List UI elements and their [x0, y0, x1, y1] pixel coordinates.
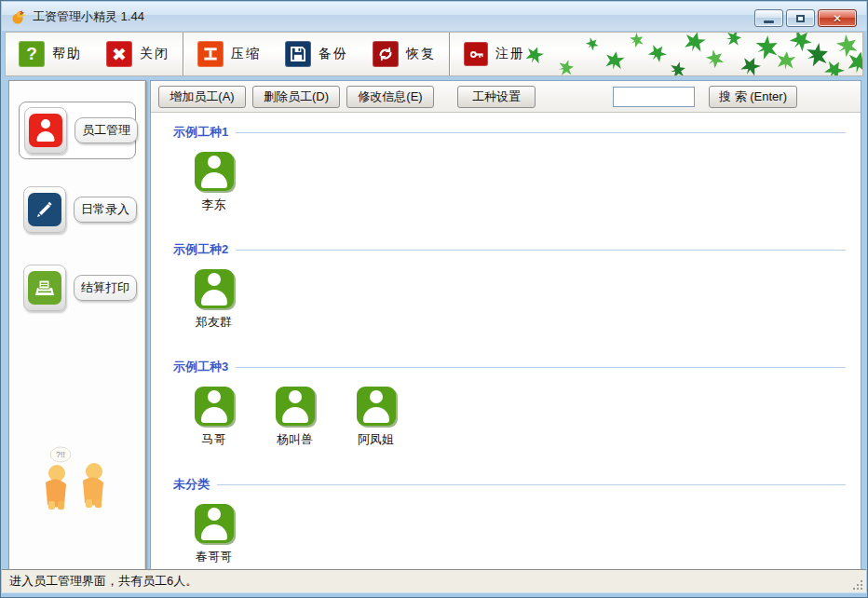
app-window: 工资管理小精灵 1.44 ✕ ? 帮助 ✖ 关闭 压缩 [0, 0, 868, 598]
group-title: 示例工种1 [173, 124, 228, 141]
register-key-icon [464, 42, 488, 66]
group-divider [217, 484, 846, 485]
add-employee-button[interactable]: 增加员工(A) [158, 86, 246, 108]
register-button[interactable]: 注册 [464, 42, 525, 66]
employee-person-icon [276, 387, 315, 426]
register-label: 注册 [495, 46, 525, 62]
help-question-icon: ? [19, 41, 45, 67]
restore-label: 恢复 [406, 46, 436, 62]
maple-leaves-decoration [518, 33, 862, 76]
restore-button[interactable]: 恢复 [373, 41, 436, 67]
sidebar-item-label: 结算打印 [74, 275, 137, 301]
employee-name: 李东 [202, 197, 226, 213]
employee-tile[interactable]: 郑友群 [173, 269, 254, 331]
employee-group: 未分类 春哥哥 [173, 476, 851, 565]
group-title: 示例工种2 [173, 241, 228, 258]
group-header: 示例工种2 [173, 241, 851, 258]
printer-icon [28, 271, 61, 305]
restore-arrows-icon [373, 41, 399, 67]
help-label: 帮助 [52, 46, 82, 62]
employee-person-icon [195, 387, 234, 426]
employee-person-icon [195, 504, 234, 543]
employee-list: 示例工种1 李东 示例工种2 郑 [151, 113, 861, 565]
close-window-button[interactable]: ✕ [818, 9, 857, 27]
minimize-button[interactable] [754, 9, 783, 27]
employee-person-icon [195, 152, 234, 191]
group-divider [236, 250, 846, 251]
window-bottom-border [1, 592, 867, 597]
group-title: 未分类 [173, 476, 210, 493]
window-controls: ✕ [754, 9, 857, 27]
resize-grip-icon[interactable] [852, 579, 863, 591]
group-header: 未分类 [173, 476, 851, 493]
close-x-icon: ✖ [106, 41, 132, 67]
exit-label: 关闭 [140, 46, 170, 62]
job-type-settings-button[interactable]: 工种设置 [457, 86, 536, 108]
toolbar-group-basic: ? 帮助 ✖ 关闭 [6, 33, 183, 75]
group-header: 示例工种1 [173, 124, 851, 141]
decorative-figures: ?!! [9, 434, 145, 514]
employee-name: 春哥哥 [196, 549, 232, 565]
daily-entry-icon-button [23, 186, 66, 233]
compress-label: 压缩 [231, 46, 261, 62]
help-button[interactable]: ? 帮助 [19, 41, 82, 67]
compress-vise-icon [197, 41, 224, 67]
employee-tile[interactable]: 杨叫兽 [254, 387, 335, 448]
backup-button[interactable]: 备份 [285, 41, 348, 67]
minimize-icon [764, 20, 774, 23]
group-divider [236, 132, 846, 133]
employee-person-icon [29, 114, 62, 147]
sidebar-item-label: 日常录入 [74, 197, 137, 223]
toolbar-group-register: 注册 [451, 33, 538, 75]
toolbar-group-data: 压缩 备份 恢复 [184, 33, 449, 75]
employee-management-icon-button [24, 107, 67, 154]
employee-name: 阿凤姐 [358, 431, 394, 448]
employee-person-icon [195, 269, 234, 308]
main-toolbar: ? 帮助 ✖ 关闭 压缩 [5, 32, 863, 76]
employee-tile[interactable]: 马哥 [173, 387, 254, 448]
employee-name: 郑友群 [196, 314, 232, 331]
employee-tile[interactable]: 阿凤姐 [335, 387, 416, 448]
svg-text:?!!: ?!! [56, 450, 65, 459]
employee-actionbar: 增加员工(A) 删除员工(D) 修改信息(E) 工种设置 搜 索 (Enter) [151, 81, 861, 113]
compress-button[interactable]: 压缩 [197, 41, 261, 67]
employee-person-icon [357, 387, 396, 426]
sidebar-item-label: 员工管理 [75, 117, 138, 143]
sidebar-item-daily-entry[interactable]: 日常录入 [19, 182, 136, 238]
employee-group: 示例工种3 马哥 杨叫兽 阿凤姐 [173, 359, 851, 448]
sidebar-item-employee-management[interactable]: 员工管理 [19, 102, 136, 159]
sidebar-item-settlement-print[interactable]: 结算打印 [19, 260, 136, 316]
delete-employee-button[interactable]: 删除员工(D) [252, 86, 340, 108]
group-header: 示例工种3 [173, 359, 851, 375]
app-chicken-icon [10, 9, 26, 24]
employee-name: 杨叫兽 [277, 431, 313, 448]
employee-group: 示例工种1 李东 [173, 124, 851, 213]
statusbar: 进入员工管理界面，共有员工6人。 [2, 569, 866, 592]
sidebar-nav: 员工管理 日常录入 结算打印 [8, 80, 146, 571]
employee-name: 马哥 [202, 431, 226, 448]
titlebar: 工资管理小精灵 1.44 ✕ [2, 2, 866, 31]
restore-icon [796, 15, 805, 22]
status-message: 进入员工管理界面，共有员工6人。 [9, 573, 197, 590]
settlement-print-icon-button [23, 265, 66, 311]
employee-group: 示例工种2 郑友群 [173, 241, 851, 331]
edit-info-button[interactable]: 修改信息(E) [346, 86, 434, 108]
exit-button[interactable]: ✖ 关闭 [106, 41, 170, 67]
main-panel: 增加员工(A) 删除员工(D) 修改信息(E) 工种设置 搜 索 (Enter)… [150, 80, 861, 571]
employee-tile[interactable]: 春哥哥 [173, 504, 254, 565]
backup-label: 备份 [319, 46, 348, 62]
window-title: 工资管理小精灵 1.44 [33, 8, 144, 25]
search-button[interactable]: 搜 索 (Enter) [709, 86, 797, 108]
group-title: 示例工种3 [173, 359, 228, 375]
backup-floppy-icon [285, 41, 311, 67]
employee-tile[interactable]: 李东 [173, 152, 254, 213]
close-icon: ✕ [833, 12, 842, 25]
pencil-icon [28, 193, 61, 226]
search-input[interactable] [613, 87, 695, 107]
group-divider [236, 367, 846, 368]
maximize-button[interactable] [786, 9, 815, 27]
